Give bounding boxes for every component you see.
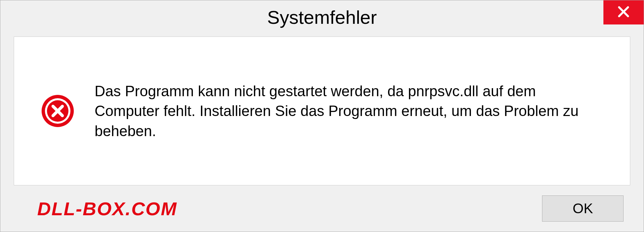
dialog-title: Systemfehler [267, 6, 377, 28]
dialog-body: Das Programm kann nicht gestartet werden… [14, 37, 630, 185]
close-icon [617, 5, 630, 20]
titlebar: Systemfehler [0, 0, 644, 34]
ok-button[interactable]: OK [542, 195, 624, 222]
close-button[interactable] [603, 0, 644, 24]
watermark-text: DLL-BOX.COM [37, 198, 177, 220]
error-icon [41, 94, 74, 128]
dialog-footer: DLL-BOX.COM OK [0, 185, 644, 232]
error-dialog: Systemfehler Das Programm kann nicht ges… [0, 0, 644, 232]
error-message: Das Programm kann nicht gestartet werden… [95, 81, 603, 141]
